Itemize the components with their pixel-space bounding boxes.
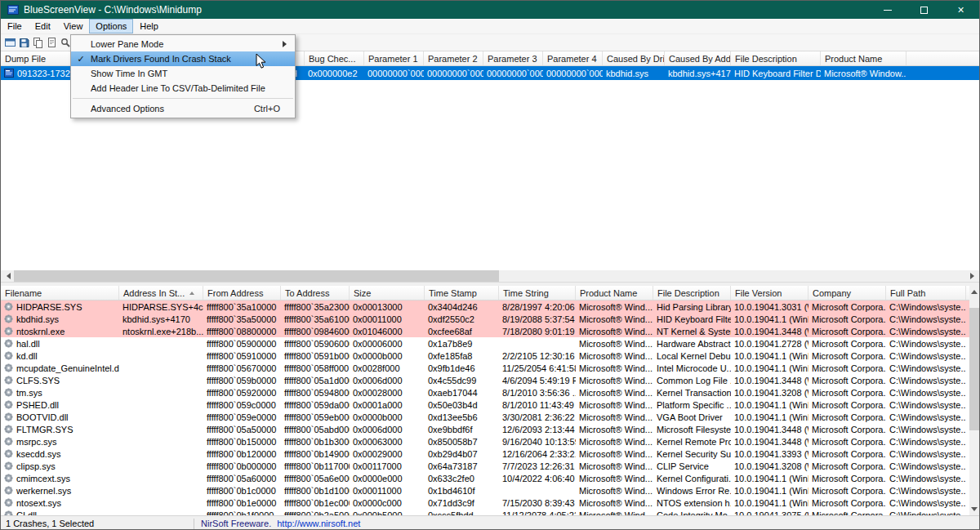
scroll-right-arrow[interactable] xyxy=(966,270,979,282)
cell-file-version: 10.0.19041.3448 (W... xyxy=(731,325,808,337)
module-row[interactable]: clipsp.sysfffff800`0b000000fffff800`0b11… xyxy=(1,460,969,472)
module-row[interactable]: ntoskrnl.exentoskrnl.exe+218b...fffff800… xyxy=(1,325,969,337)
column-header-parameter-4[interactable]: Parameter 4 xyxy=(543,51,603,65)
cell-time-stamp: 0x50e03b4d xyxy=(425,399,499,411)
column-header-parameter-1[interactable]: Parameter 1 xyxy=(364,51,424,65)
column-header-caused-by-driver[interactable]: Caused By Driver xyxy=(603,51,665,65)
module-row[interactable]: BOOTVID.dllfffff800`059e0000fffff800`059… xyxy=(1,411,969,423)
column-header-time-stamp[interactable]: Time Stamp xyxy=(425,286,499,300)
cell-to-address: fffff800`05abd000 xyxy=(281,423,350,435)
cell-filename: ntoskrnl.exe xyxy=(1,325,119,337)
module-row[interactable]: ntosext.sysfffff800`0b1e0000fffff800`0b1… xyxy=(1,497,969,509)
module-row[interactable]: ksecdd.sysfffff800`0b120000fffff800`0b14… xyxy=(1,448,969,460)
cell-file-description: Hid Parsing Library xyxy=(653,301,731,313)
module-row[interactable]: CI.dllfffff800`0b1f0000fffff800`0b2a5000… xyxy=(1,509,969,515)
scroll-down-arrow[interactable] xyxy=(969,505,979,515)
column-header-full-path[interactable]: Full Path xyxy=(886,286,966,300)
menubar-item-edit[interactable]: Edit xyxy=(29,19,57,33)
minimize-icon xyxy=(884,10,892,11)
driver-gear-icon xyxy=(4,474,13,483)
cell-time-string xyxy=(499,484,576,497)
column-header-file-description[interactable]: File Description xyxy=(653,286,731,300)
menu-item-add-header-line-to-csv-tab-delimited-file[interactable]: Add Header Line To CSV/Tab-Delimited Fil… xyxy=(71,81,295,96)
column-header-filler xyxy=(906,51,979,65)
module-row[interactable]: kbdhid.syskbdhid.sys+4170fffff800`35a500… xyxy=(1,313,969,325)
cell-address-in-st xyxy=(119,362,203,374)
menubar-item-options[interactable]: Options xyxy=(89,19,133,33)
checkmark-icon: ✓ xyxy=(71,54,91,65)
scroll-up-arrow[interactable] xyxy=(969,286,979,296)
column-header-product-name[interactable]: Product Name xyxy=(576,286,653,300)
cell-company: Microsoft Corpora... xyxy=(808,350,886,362)
column-header-file-description[interactable]: File Description xyxy=(731,51,821,65)
column-header-parameter-3[interactable]: Parameter 3 xyxy=(483,51,543,65)
column-header-bug-chec[interactable]: Bug Chec... xyxy=(305,51,364,65)
driver-gear-icon xyxy=(4,498,13,507)
window-title: BlueScreenView - C:\Windows\Minidump xyxy=(24,4,202,16)
menu-item-label: Advanced Options xyxy=(91,104,254,114)
minimize-button[interactable] xyxy=(869,1,906,19)
column-header-time-string[interactable]: Time String xyxy=(499,286,576,300)
nirsoft-link[interactable]: http://www.nirsoft.net xyxy=(277,519,360,528)
vertical-scrollbar[interactable] xyxy=(969,286,979,515)
menubar-item-help[interactable]: Help xyxy=(133,19,165,33)
module-list-body[interactable]: HIDPARSE.SYSHIDPARSE.SYS+4cadfffff800`35… xyxy=(1,301,969,515)
cell-time-stamp: 0xaeb17044 xyxy=(425,386,499,399)
module-row[interactable]: hal.dllfffff800`05900000fffff800`0590600… xyxy=(1,337,969,350)
cell-to-address: fffff800`35a61000 xyxy=(281,313,350,325)
vertical-scroll-track[interactable] xyxy=(969,296,979,505)
advanced-options-icon[interactable] xyxy=(3,36,16,50)
cell-address-in-st xyxy=(119,374,203,386)
column-header-to-address[interactable]: To Address xyxy=(281,286,350,300)
module-row[interactable]: mcupdate_GenuineIntel.dllfffff800`056700… xyxy=(1,362,969,374)
maximize-button[interactable] xyxy=(906,1,942,19)
column-header-filename[interactable]: Filename xyxy=(1,286,119,300)
cell-to-address: fffff800`05948000 xyxy=(281,386,350,399)
column-header-file-version[interactable]: File Version xyxy=(731,286,808,300)
horizontal-scroll-thumb[interactable] xyxy=(14,270,499,282)
cell-time-stamp: 0xfe185fa8 xyxy=(425,350,499,362)
module-row[interactable]: CLFS.SYSfffff800`059b0000fffff800`05a1d0… xyxy=(1,374,969,386)
column-header-parameter-2[interactable]: Parameter 2 xyxy=(424,51,483,65)
cell-company: Microsoft Corpora... xyxy=(808,399,886,411)
driver-gear-icon xyxy=(4,388,13,397)
menu-item-advanced-options[interactable]: Advanced OptionsCtrl+O xyxy=(71,101,295,116)
copy-icon[interactable] xyxy=(31,36,44,50)
module-row[interactable]: FLTMGR.SYSfffff800`05a50000fffff800`05ab… xyxy=(1,423,969,435)
save-icon[interactable] xyxy=(17,36,30,50)
horizontal-scroll-track[interactable] xyxy=(14,270,966,282)
module-list-header: FilenameAddress In St...From AddressTo A… xyxy=(1,286,969,301)
menu-item-show-time-in-gmt[interactable]: Show Time In GMT xyxy=(71,66,295,81)
scroll-left-arrow[interactable] xyxy=(1,270,14,282)
cell-to-address: fffff800`09846000 xyxy=(281,325,350,337)
cell-company: Microsoft Corpora... xyxy=(808,386,886,399)
column-header-company[interactable]: Company xyxy=(808,286,886,300)
module-row[interactable]: PSHED.dllfffff800`059c0000fffff800`059da… xyxy=(1,399,969,411)
menubar-item-view[interactable]: View xyxy=(57,19,90,33)
module-row[interactable]: HIDPARSE.SYSHIDPARSE.SYS+4cadfffff800`35… xyxy=(1,301,969,313)
module-row[interactable]: kd.dllfffff800`05910000fffff800`0591b000… xyxy=(1,350,969,362)
column-header-from-address[interactable]: From Address xyxy=(203,286,281,300)
column-header-caused-by-address[interactable]: Caused By Address xyxy=(665,51,731,65)
horizontal-scrollbar[interactable] xyxy=(1,270,979,282)
menu-item-mark-drivers-found-in-crash-stack[interactable]: ✓Mark Drivers Found In Crash Stack xyxy=(71,51,295,66)
module-row[interactable]: msrpc.sysfffff800`0b150000fffff800`0b1b3… xyxy=(1,435,969,448)
cell-from-address: fffff800`0b1c0000 xyxy=(203,484,281,497)
properties-icon[interactable] xyxy=(45,36,58,50)
cell-company: Microsoft Corpora... xyxy=(808,472,886,484)
module-row[interactable]: tm.sysfffff800`05920000fffff800`05948000… xyxy=(1,386,969,399)
menubar-item-file[interactable]: File xyxy=(1,19,29,33)
right-arrow-icon xyxy=(970,273,978,279)
close-button[interactable]: × xyxy=(942,1,979,19)
titlebar[interactable]: BlueScreenView - C:\Windows\Minidump × xyxy=(1,1,979,19)
bluescreenview-window: BlueScreenView - C:\Windows\Minidump × F… xyxy=(0,0,980,530)
column-header-address-in-st[interactable]: Address In St... xyxy=(119,286,203,300)
cell-product-name: Microsoft® Wind... xyxy=(576,374,653,386)
vertical-scroll-thumb[interactable] xyxy=(969,308,979,430)
module-row[interactable]: werkernel.sysfffff800`0b1c0000fffff800`0… xyxy=(1,484,969,497)
module-row[interactable]: cmimcext.sysfffff800`05a60000fffff800`05… xyxy=(1,472,969,484)
cell-time-string: 8/19/2088 5:37:54 ... xyxy=(499,313,576,325)
menu-item-lower-pane-mode[interactable]: Lower Pane Mode xyxy=(71,37,295,51)
column-header-size[interactable]: Size xyxy=(350,286,425,300)
column-header-product-name[interactable]: Product Name xyxy=(821,51,906,65)
